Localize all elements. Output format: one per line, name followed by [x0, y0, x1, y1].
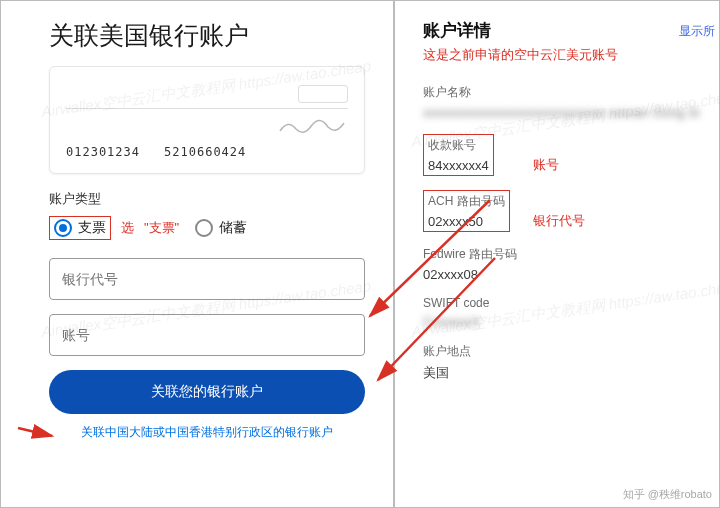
recv-account-label: 收款账号	[428, 137, 489, 154]
swift-label: SWIFT code	[423, 296, 709, 310]
account-name-label: 账户名称	[423, 84, 709, 101]
routing-number: 012301234	[66, 145, 140, 159]
ach-value: 02xxxx50	[428, 214, 505, 229]
bank-code-input[interactable]	[49, 258, 365, 300]
hint-select: 选	[121, 219, 134, 237]
radio-icon	[54, 219, 72, 237]
location-value: 美国	[423, 364, 709, 382]
account-name-value: xxxxxxxxxxxxxxxxxxxxxxxxxxxx xxxxan Gong…	[423, 105, 709, 120]
left-panel: 关联美国银行账户 012301234 5210660424 账户类型 支票 选	[0, 0, 394, 508]
ach-label: ACH 路由号码	[428, 193, 505, 210]
location-label: 账户地点	[423, 343, 709, 360]
zhihu-watermark: 知乎 @秩维robato	[623, 487, 712, 502]
recv-account-value: 84xxxxxx4	[428, 158, 489, 173]
radio-check[interactable]: 支票	[54, 219, 106, 237]
check-illustration: 012301234 5210660424	[49, 66, 365, 174]
ach-tag: 银行代号	[533, 212, 585, 230]
alt-region-link[interactable]: 关联中国大陆或中国香港特别行政区的银行账户	[49, 424, 365, 441]
swift-value: Cxxxxxx3	[423, 314, 709, 329]
fedwire-label: Fedwire 路由号码	[423, 246, 709, 263]
show-all-link[interactable]: 显示所	[679, 23, 715, 40]
account-number: 5210660424	[164, 145, 246, 159]
detail-title: 账户详情	[423, 19, 709, 42]
radio-icon	[195, 219, 213, 237]
account-input[interactable]	[49, 314, 365, 356]
hint-check-quote: "支票"	[144, 219, 179, 237]
right-panel: 显示所 账户详情 这是之前申请的空中云汇美元账号 账户名称 xxxxxxxxxx…	[394, 0, 720, 508]
page-title: 关联美国银行账户	[49, 19, 365, 52]
account-type-label: 账户类型	[49, 190, 365, 208]
detail-note: 这是之前申请的空中云汇美元账号	[423, 46, 709, 64]
account-type-radios: 支票 选 "支票" 储蓄	[49, 216, 365, 240]
recv-tag: 账号	[533, 156, 559, 174]
signature-icon	[278, 117, 348, 135]
fedwire-value: 02xxxx08	[423, 267, 709, 282]
radio-savings[interactable]: 储蓄	[195, 219, 247, 237]
link-account-button[interactable]: 关联您的银行账户	[49, 370, 365, 414]
